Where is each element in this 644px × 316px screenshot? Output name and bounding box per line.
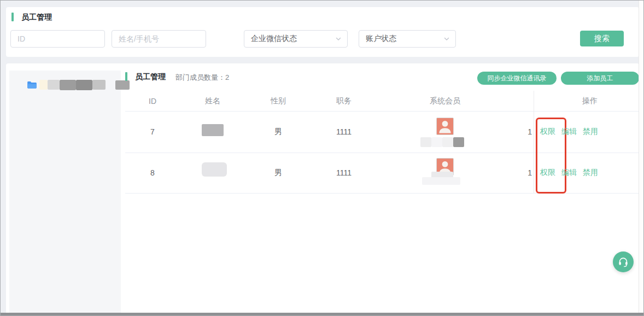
cell-id: 8 — [131, 153, 174, 193]
edit-link[interactable]: 编辑 — [561, 168, 577, 178]
disable-link[interactable]: 禁用 — [583, 168, 598, 178]
edit-link[interactable]: 编辑 — [561, 127, 577, 137]
redacted-text — [442, 137, 453, 147]
chevron-down-icon — [335, 36, 342, 42]
sync-wecom-contacts-button[interactable]: 同步企业微信通讯录 — [477, 72, 557, 85]
redacted-name — [202, 124, 224, 136]
col-header-name: 姓名 — [185, 91, 240, 111]
folder-icon — [27, 80, 37, 89]
id-input[interactable] — [10, 30, 105, 48]
disable-link[interactable]: 禁用 — [583, 127, 598, 137]
redacted-name — [202, 162, 227, 177]
page-title: 员工管理 — [21, 13, 52, 22]
col-header-action: 操作 — [557, 91, 623, 111]
cell-job: 1111 — [317, 111, 371, 153]
member-count-label: 部门成员数量：2 — [175, 73, 229, 83]
wecom-status-select-value: 企业微信状态 — [251, 34, 297, 44]
add-employee-button[interactable]: 添加员工 — [561, 72, 639, 85]
col-header-gender: 性别 — [256, 91, 300, 111]
col-header-job: 职务 — [317, 91, 371, 111]
table-section-title: 员工管理 — [135, 72, 166, 82]
cell-id: 7 — [131, 111, 174, 153]
horizontal-scrollbar[interactable] — [1, 313, 644, 316]
redacted-text — [39, 80, 48, 90]
redacted-text — [92, 80, 106, 90]
person-icon — [437, 118, 453, 134]
col-header-member: 系统会员 — [407, 91, 483, 111]
cell-gender: 男 — [256, 153, 300, 193]
redacted-text — [453, 137, 464, 147]
account-status-select-value: 账户状态 — [366, 34, 396, 44]
redacted-text — [420, 137, 431, 147]
section-accent-bar — [11, 13, 14, 21]
vertical-scrollbar[interactable] — [639, 1, 644, 316]
table-divider — [125, 193, 639, 194]
customer-service-button[interactable] — [613, 251, 634, 272]
cell-job: 1111 — [317, 153, 371, 193]
fixed-column-divider — [534, 91, 534, 193]
redacted-text — [76, 80, 92, 90]
headset-icon — [617, 256, 629, 268]
redacted-text — [48, 80, 60, 90]
department-tree-sidebar — [9, 71, 121, 313]
account-status-select[interactable]: 账户状态 — [359, 30, 456, 48]
redacted-text — [431, 137, 442, 147]
redacted-text — [115, 80, 130, 90]
permission-link[interactable]: 权限 — [540, 168, 555, 178]
col-header-id: ID — [131, 91, 174, 111]
cell-gender: 男 — [256, 111, 300, 153]
redacted-text — [60, 80, 76, 90]
redacted-text — [422, 177, 460, 185]
permission-link[interactable]: 权限 — [540, 127, 555, 137]
filter-card: 员工管理 企业微信状态 账户状态 搜索 — [6, 7, 639, 57]
clipped-cell-value: 1 — [524, 111, 532, 153]
name-phone-input[interactable] — [112, 30, 206, 48]
section-accent-bar — [125, 72, 127, 81]
content-card: 员工管理 部门成员数量：2 同步企业微信通讯录 添加员工 ID 姓名 性别 职务… — [6, 63, 639, 316]
department-tree-item[interactable] — [27, 79, 130, 90]
member-avatar — [436, 118, 454, 135]
wecom-status-select[interactable]: 企业微信状态 — [244, 30, 348, 48]
search-button[interactable]: 搜索 — [580, 31, 624, 46]
clipped-cell-value: 1 — [524, 153, 532, 193]
app-window: 员工管理 企业微信状态 账户状态 搜索 — [0, 0, 644, 316]
chevron-down-icon — [443, 36, 450, 42]
